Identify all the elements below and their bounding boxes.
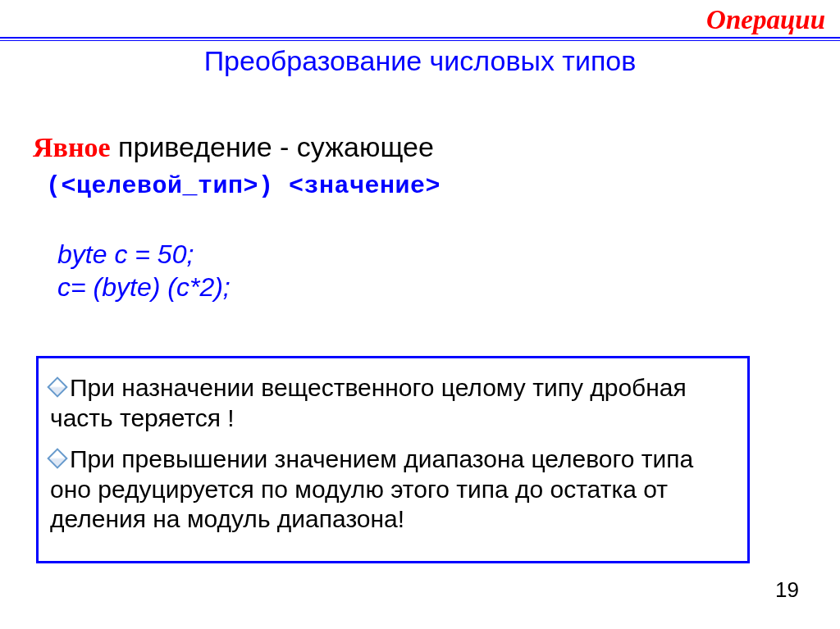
note-2: При превышении значением диапазона целев… (50, 444, 733, 535)
code-example: byte c = 50; c= (byte) (c*2); (57, 238, 231, 303)
page-number: 19 (775, 577, 799, 603)
slide-section-title: Операции (706, 5, 825, 35)
code-line-1: byte c = 50; (57, 238, 231, 271)
note-1-text: При назначении вещественного целому типу… (50, 374, 687, 431)
diamond-bullet-icon (47, 376, 67, 397)
cast-syntax: (<целевой_тип>) <значение> (46, 172, 441, 200)
explicit-rest: приведение - сужающее (111, 131, 434, 162)
note-2-text: При превышении значением диапазона целев… (50, 445, 693, 532)
explicit-keyword: Явное (33, 132, 111, 162)
code-line-2: c= (byte) (c*2); (57, 271, 231, 303)
header-divider (0, 37, 840, 41)
diamond-bullet-icon (47, 448, 67, 468)
note-1: При назначении вещественного целому типу… (50, 373, 733, 433)
slide-title: Преобразование числовых типов (0, 45, 840, 77)
notes-box: При назначении вещественного целому типу… (36, 356, 750, 563)
explicit-cast-line: Явное приведение - сужающее (33, 131, 434, 163)
